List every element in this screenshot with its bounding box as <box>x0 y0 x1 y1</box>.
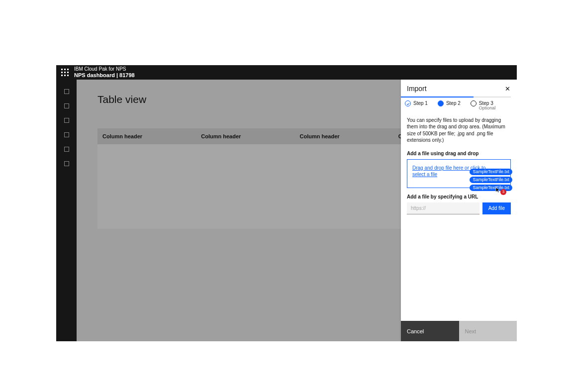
panel-title: Import <box>407 85 427 93</box>
sidebar-item[interactable] <box>64 147 69 152</box>
step-3[interactable]: Step 3 Optional <box>471 100 496 111</box>
step-label: Step 2 <box>446 100 461 106</box>
step-label: Step 1 <box>413 100 428 106</box>
step-current-icon <box>438 100 444 106</box>
column-header: Column header <box>101 133 200 139</box>
left-sidebar <box>56 80 77 341</box>
panel-description: You can specify files to upload by dragg… <box>407 117 511 144</box>
product-name: IBM Cloud Pak for NPS <box>74 66 135 72</box>
file-chip[interactable]: SampleTextFile.txt <box>470 169 512 175</box>
app-window: IBM Cloud Pak for NPS NPS dashboard | 81… <box>56 65 517 341</box>
sidebar-item[interactable] <box>64 103 69 108</box>
next-button[interactable]: Next <box>459 321 517 341</box>
step-complete-icon <box>405 100 411 106</box>
close-icon[interactable]: ✕ <box>504 85 511 93</box>
top-bar: IBM Cloud Pak for NPS NPS dashboard | 81… <box>56 65 517 80</box>
step-2[interactable]: Step 2 <box>438 100 461 111</box>
step-incomplete-icon <box>471 100 477 106</box>
drag-drop-label: Add a file using drag and drop <box>407 151 511 156</box>
app-switcher-icon[interactable] <box>61 69 69 77</box>
step-sublabel: Optional <box>479 106 496 111</box>
main-area: Table view Column header Column header C… <box>77 80 517 341</box>
file-chips: SampleTextFile.txt SampleTextFile.txt Sa… <box>470 169 512 191</box>
breadcrumb: NPS dashboard | 81798 <box>74 72 135 79</box>
column-header: Column header <box>299 133 397 139</box>
cancel-button[interactable]: Cancel <box>401 321 459 341</box>
sidebar-item[interactable] <box>64 161 69 166</box>
file-chip[interactable]: SampleTextFile.txt <box>470 177 512 183</box>
file-dropzone[interactable]: Drag and drop file here or click to sele… <box>407 159 511 188</box>
url-input[interactable] <box>407 202 479 214</box>
url-label: Add a file by specifying a URL <box>407 194 511 199</box>
progress-fill <box>401 97 474 98</box>
add-file-button[interactable]: Add file <box>482 202 511 214</box>
panel-footer: Cancel Next <box>401 321 517 341</box>
file-count-badge: 3 <box>500 189 506 195</box>
sidebar-item[interactable] <box>64 89 69 94</box>
sidebar-item[interactable] <box>64 118 69 123</box>
progress-track <box>401 97 511 98</box>
step-1[interactable]: Step 1 <box>405 100 428 111</box>
import-side-panel: Import ✕ Step 1 Step 2 <box>401 80 517 341</box>
progress-steps: Step 1 Step 2 Step 3 Optional <box>401 100 517 114</box>
column-header: Column header <box>200 133 298 139</box>
sidebar-item[interactable] <box>64 132 69 137</box>
